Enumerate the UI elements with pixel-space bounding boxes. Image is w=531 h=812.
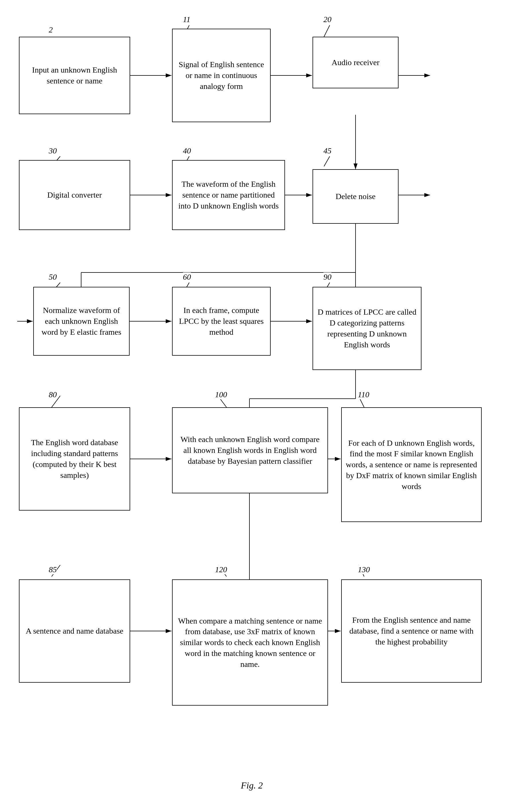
label-60: 60 [183,273,191,282]
diagram-container: 2 Input an unknown English sentence or n… [0,0,531,812]
box-80: The English word database including stan… [19,407,130,510]
box-50: Normalize waveform of each unknown Engli… [33,287,130,356]
box-45: Delete noise [312,169,399,224]
box-130: From the English sentence and name datab… [341,579,482,683]
box-120: When compare a matching sentence or name… [172,579,328,706]
label-40: 40 [183,146,191,156]
label-80: 80 [49,390,57,399]
label-100: 100 [215,390,227,399]
box-85: A sentence and name database [19,579,130,683]
svg-line-30 [324,156,330,166]
box-90: D matrices of LPCC are called D categori… [312,287,422,370]
box-20: Audio receiver [312,37,399,88]
label-11: 11 [183,15,190,24]
box-2: Input an unknown English sentence or nam… [19,37,130,114]
label-2: 2 [49,25,53,34]
svg-line-27 [324,25,330,37]
label-120: 120 [215,565,227,574]
box-100: With each unknown English word compare a… [172,407,328,493]
box-30: Digital converter [19,160,130,230]
figure-label: Fig. 2 [241,780,263,791]
label-130: 130 [358,565,370,574]
box-110: For each of D unknown English words, fin… [341,407,482,522]
box-40: The waveform of the English sentence or … [172,160,285,230]
label-50: 50 [49,273,57,282]
label-30: 30 [49,146,57,156]
label-20: 20 [323,15,331,24]
box-60: In each frame, compute LPCC by the least… [172,287,271,356]
box-11: Signal of English sentence or name in co… [172,29,271,122]
label-85: 85 [49,565,57,574]
label-110: 110 [358,390,369,399]
label-90: 90 [323,273,331,282]
label-45: 45 [323,146,331,156]
